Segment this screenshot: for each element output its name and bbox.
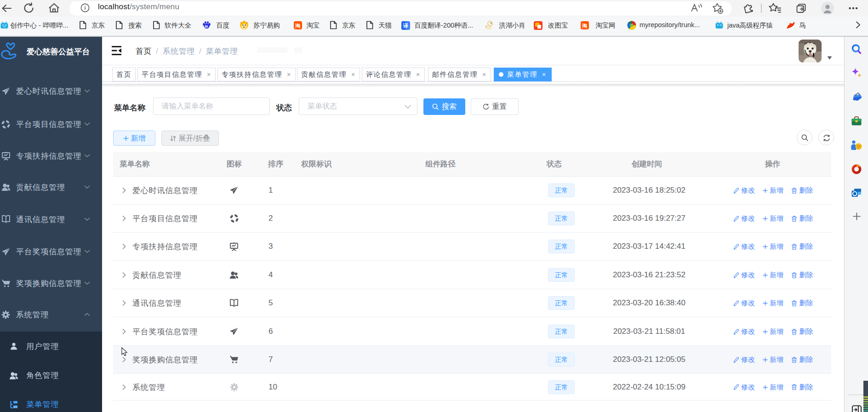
svg-text:淘: 淘 xyxy=(295,23,300,29)
svg-text:淘: 淘 xyxy=(582,23,587,29)
svg-text:译: 译 xyxy=(403,23,409,29)
